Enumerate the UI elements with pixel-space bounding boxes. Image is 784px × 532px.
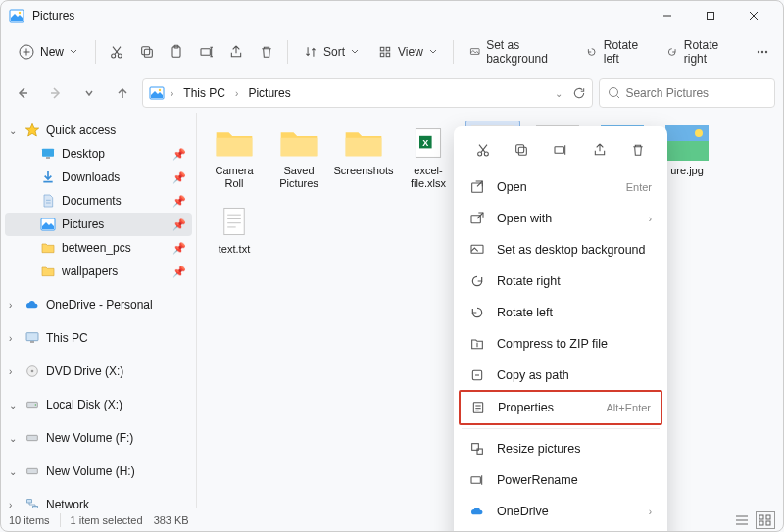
view-label: View bbox=[398, 45, 423, 59]
breadcrumb[interactable]: › This PC › Pictures ⌄ bbox=[142, 78, 593, 108]
navbar: › This PC › Pictures ⌄ bbox=[1, 73, 783, 113]
ctx-copy-button[interactable] bbox=[508, 136, 535, 164]
file-item[interactable]: text.txt bbox=[207, 199, 262, 261]
crumb-pictures[interactable]: Pictures bbox=[244, 84, 294, 102]
sidebar-item-downloads[interactable]: Downloads 📌 bbox=[5, 166, 192, 189]
chevron-down-icon: ⌄ bbox=[9, 466, 19, 477]
toolbar: New Sort View Set as background Rotate l… bbox=[1, 30, 783, 73]
sidebar-network[interactable]: › Network bbox=[5, 493, 192, 508]
svg-point-26 bbox=[758, 50, 760, 52]
sidebar-item-documents[interactable]: Documents 📌 bbox=[5, 189, 192, 213]
file-item[interactable]: Screenshots bbox=[336, 121, 391, 195]
chevron-right-icon: › bbox=[9, 300, 19, 311]
chevron-down-icon[interactable]: ⌄ bbox=[555, 88, 563, 99]
more-button[interactable] bbox=[749, 36, 775, 68]
text-icon bbox=[213, 204, 256, 239]
back-button[interactable] bbox=[9, 79, 36, 107]
ctx-compress[interactable]: Compress to ZIP file bbox=[460, 328, 662, 360]
rotate-left-button[interactable]: Rotate left bbox=[578, 34, 655, 70]
svg-rect-47 bbox=[27, 435, 38, 440]
chevron-right-icon: › bbox=[9, 333, 19, 344]
set-background-button[interactable]: Set as background bbox=[462, 34, 575, 70]
sidebar-new-volume-f[interactable]: ⌄ New Volume (F:) bbox=[5, 426, 192, 450]
this-pc-label: This PC bbox=[46, 331, 88, 345]
minimize-button[interactable] bbox=[646, 1, 689, 30]
chevron-right-icon: › bbox=[235, 88, 238, 99]
sidebar-item-wallpapers[interactable]: wallpapers 📌 bbox=[5, 260, 192, 283]
svg-rect-63 bbox=[224, 209, 244, 235]
network-icon bbox=[24, 497, 40, 508]
ctx-delete-button[interactable] bbox=[624, 136, 652, 164]
network-label: Network bbox=[46, 498, 89, 508]
copy-button[interactable] bbox=[133, 36, 160, 68]
ctx-open-with[interactable]: Open with › bbox=[460, 203, 662, 234]
sidebar-dvd-drive[interactable]: › DVD Drive (X:) bbox=[5, 360, 192, 383]
close-button[interactable] bbox=[732, 1, 775, 30]
rename-button[interactable] bbox=[194, 36, 220, 68]
ctx-open[interactable]: Open Enter bbox=[460, 171, 662, 203]
svg-point-28 bbox=[765, 50, 767, 52]
sort-button[interactable]: Sort bbox=[296, 41, 367, 63]
delete-button[interactable] bbox=[254, 36, 280, 68]
icons-view-button[interactable] bbox=[756, 511, 775, 529]
file-label: Saved Pictures bbox=[274, 165, 323, 190]
new-button[interactable]: New bbox=[9, 40, 87, 64]
ctx-onedrive[interactable]: OneDrive › bbox=[460, 496, 662, 527]
file-item[interactable]: X excel-file.xlsx bbox=[401, 121, 456, 195]
crumb-this-pc[interactable]: This PC bbox=[179, 84, 229, 102]
details-view-button[interactable] bbox=[732, 511, 752, 529]
svg-rect-13 bbox=[144, 49, 152, 57]
power-rename-icon bbox=[469, 472, 485, 488]
sidebar-onedrive[interactable]: › OneDrive - Personal bbox=[5, 293, 192, 316]
ctx-resize[interactable]: Resize pictures bbox=[460, 433, 662, 464]
svg-rect-76 bbox=[472, 183, 483, 192]
forward-button[interactable] bbox=[42, 79, 70, 107]
svg-rect-96 bbox=[760, 515, 763, 519]
maximize-button[interactable] bbox=[689, 1, 732, 30]
share-button[interactable] bbox=[223, 36, 250, 68]
sidebar-quick-access[interactable]: ⌄ Quick access bbox=[5, 119, 192, 142]
file-item[interactable]: ure.jpg bbox=[660, 121, 714, 195]
paste-button[interactable] bbox=[164, 36, 190, 68]
sidebar-new-volume-h[interactable]: ⌄ New Volume (H:) bbox=[5, 459, 192, 483]
ctx-rename-button[interactable] bbox=[547, 136, 574, 164]
ctx-share-button[interactable] bbox=[586, 136, 613, 164]
recent-dropdown[interactable] bbox=[75, 79, 103, 107]
svg-point-32 bbox=[159, 89, 161, 91]
ctx-copy-path[interactable]: Copy as path bbox=[460, 360, 662, 391]
properties-icon bbox=[470, 400, 486, 415]
ctx-cut-button[interactable] bbox=[469, 136, 497, 164]
cut-button[interactable] bbox=[104, 36, 130, 68]
file-label: excel-file.xlsx bbox=[404, 165, 453, 190]
svg-rect-99 bbox=[766, 521, 770, 525]
sidebar-item-between-pcs[interactable]: between_pcs 📌 bbox=[5, 236, 192, 260]
search-box[interactable] bbox=[599, 78, 775, 108]
disc-icon bbox=[24, 363, 40, 379]
up-button[interactable] bbox=[109, 79, 136, 107]
pictures-icon bbox=[149, 85, 165, 101]
zip-icon bbox=[469, 336, 485, 352]
sidebar-item-desktop[interactable]: Desktop 📌 bbox=[5, 142, 192, 166]
ctx-set-desktop-bg[interactable]: Set as desktop background bbox=[460, 234, 662, 266]
svg-text:X: X bbox=[422, 138, 428, 148]
file-item[interactable]: Saved Pictures bbox=[271, 121, 326, 195]
ctx-rotate-left[interactable]: Rotate left bbox=[460, 297, 662, 328]
ctx-power-rename[interactable]: PowerRename bbox=[460, 464, 662, 496]
downloads-icon bbox=[40, 169, 56, 185]
search-input[interactable] bbox=[625, 86, 766, 100]
sidebar-item-pictures[interactable]: Pictures 📌 bbox=[5, 213, 192, 236]
ctx-properties[interactable]: Properties Alt+Enter bbox=[461, 392, 661, 423]
pin-icon: 📌 bbox=[172, 171, 186, 184]
excel-icon: X bbox=[407, 125, 450, 161]
rotate-right-button[interactable]: Rotate right bbox=[659, 34, 741, 70]
sidebar-this-pc[interactable]: › This PC bbox=[5, 326, 192, 350]
titlebar: Pictures bbox=[1, 1, 783, 30]
file-item[interactable]: Camera Roll bbox=[207, 121, 262, 195]
window-title: Pictures bbox=[32, 9, 646, 23]
ctx-rotate-right[interactable]: Rotate right bbox=[460, 266, 662, 297]
refresh-button[interactable] bbox=[572, 86, 586, 100]
sidebar-local-disk[interactable]: ⌄ Local Disk (X:) bbox=[5, 393, 192, 416]
chevron-right-icon: › bbox=[9, 500, 19, 508]
resize-icon bbox=[469, 441, 485, 457]
view-button[interactable]: View bbox=[370, 41, 445, 63]
